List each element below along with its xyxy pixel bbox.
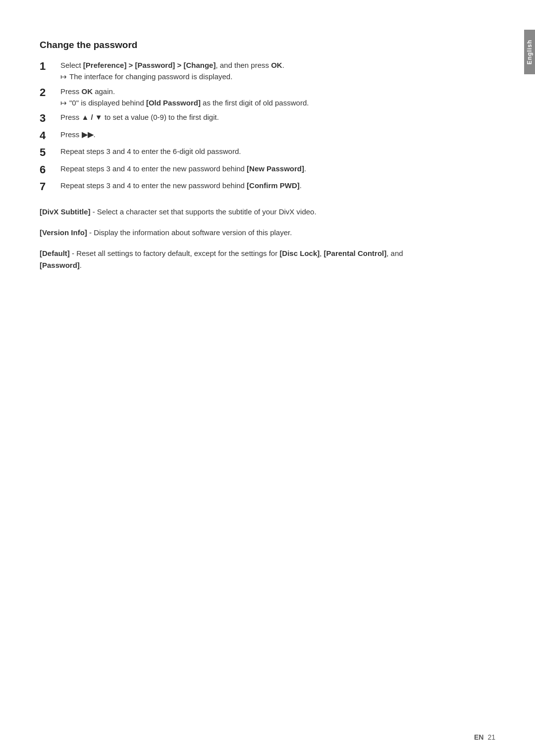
default-disc-lock: [Disc Lock] — [279, 249, 320, 257]
step-6-number: 6 — [40, 163, 60, 177]
step-6-content: Repeat steps 3 and 4 to enter the new pa… — [60, 163, 446, 174]
step-1-bracket: [Preference] > [Password] > [Change] — [83, 61, 216, 69]
divx-rest: - Select a character set that supports t… — [91, 207, 317, 216]
step-7-number: 7 — [40, 180, 60, 194]
step-4-number: 4 — [40, 129, 60, 143]
step-1-sub: The interface for changing password is d… — [60, 71, 446, 82]
step-7-bracket: [Confirm PWD] — [247, 181, 300, 190]
step-1-main: Select [Preference] > [Password] > [Chan… — [60, 61, 284, 69]
step-1-ok: OK — [271, 61, 282, 69]
version-bracket: [Version Info] — [40, 228, 87, 237]
page-container: English Change the password 1 Select [Pr… — [0, 0, 535, 756]
step-3-main: Press ▲ / ▼ to set a value (0-9) to the … — [60, 113, 219, 121]
step-4: 4 Press ▶▶. — [40, 129, 446, 143]
default-paragraph: [Default] - Reset all settings to factor… — [40, 248, 446, 271]
footer-label: EN — [474, 733, 483, 741]
default-password: [Password] — [40, 261, 80, 269]
step-2-content: Press OK again. "0" is displayed behind … — [60, 86, 446, 109]
page-footer: EN 21 — [474, 733, 495, 741]
step-6: 6 Repeat steps 3 and 4 to enter the new … — [40, 163, 446, 177]
step-6-main: Repeat steps 3 and 4 to enter the new pa… — [60, 164, 306, 173]
default-parental-control: [Parental Control] — [324, 249, 387, 257]
step-2-ok: OK — [82, 87, 93, 96]
step-4-main: Press ▶▶. — [60, 130, 96, 139]
step-1: 1 Select [Preference] > [Password] > [Ch… — [40, 59, 446, 83]
step-4-arrows: ▶▶ — [82, 130, 94, 139]
step-1-number: 1 — [40, 59, 60, 74]
step-2-bracket: [Old Password] — [146, 99, 201, 107]
version-info-paragraph: [Version Info] - Display the information… — [40, 227, 446, 239]
step-6-bracket: [New Password] — [247, 164, 304, 173]
step-2: 2 Press OK again. "0" is displayed behin… — [40, 86, 446, 109]
divx-bracket: [DivX Subtitle] — [40, 207, 91, 216]
step-3-arrows: ▲ / ▼ — [82, 113, 103, 121]
step-5: 5 Repeat steps 3 and 4 to enter the 6-di… — [40, 146, 446, 160]
step-5-main: Repeat steps 3 and 4 to enter the 6-digi… — [60, 147, 241, 155]
side-tab: English — [524, 30, 535, 74]
section-heading: Change the password — [40, 40, 446, 50]
step-7-content: Repeat steps 3 and 4 to enter the new pa… — [60, 180, 446, 191]
step-3: 3 Press ▲ / ▼ to set a value (0-9) to th… — [40, 111, 446, 126]
default-and: , and — [386, 249, 403, 257]
default-comma: , — [320, 249, 323, 257]
step-4-content: Press ▶▶. — [60, 129, 446, 140]
step-1-content: Select [Preference] > [Password] > [Chan… — [60, 59, 446, 83]
footer-page-number: 21 — [487, 733, 495, 741]
step-5-number: 5 — [40, 146, 60, 160]
step-3-content: Press ▲ / ▼ to set a value (0-9) to the … — [60, 111, 446, 123]
version-rest: - Display the information about software… — [87, 228, 292, 237]
step-7-main: Repeat steps 3 and 4 to enter the new pa… — [60, 181, 302, 190]
step-2-sub: "0" is displayed behind [Old Password] a… — [60, 97, 446, 108]
side-tab-label: English — [526, 40, 533, 64]
default-period: . — [80, 261, 82, 269]
steps-list: 1 Select [Preference] > [Password] > [Ch… — [40, 59, 446, 194]
main-content: Change the password 1 Select [Preference… — [0, 0, 485, 310]
step-2-main: Press OK again. — [60, 87, 115, 96]
step-7: 7 Repeat steps 3 and 4 to enter the new … — [40, 180, 446, 194]
step-2-number: 2 — [40, 86, 60, 100]
default-rest-pre: - Reset all settings to factory default,… — [70, 249, 280, 257]
step-5-content: Repeat steps 3 and 4 to enter the 6-digi… — [60, 146, 446, 157]
step-3-number: 3 — [40, 111, 60, 126]
default-bracket: [Default] — [40, 249, 70, 257]
divx-subtitle-paragraph: [DivX Subtitle] - Select a character set… — [40, 206, 446, 218]
